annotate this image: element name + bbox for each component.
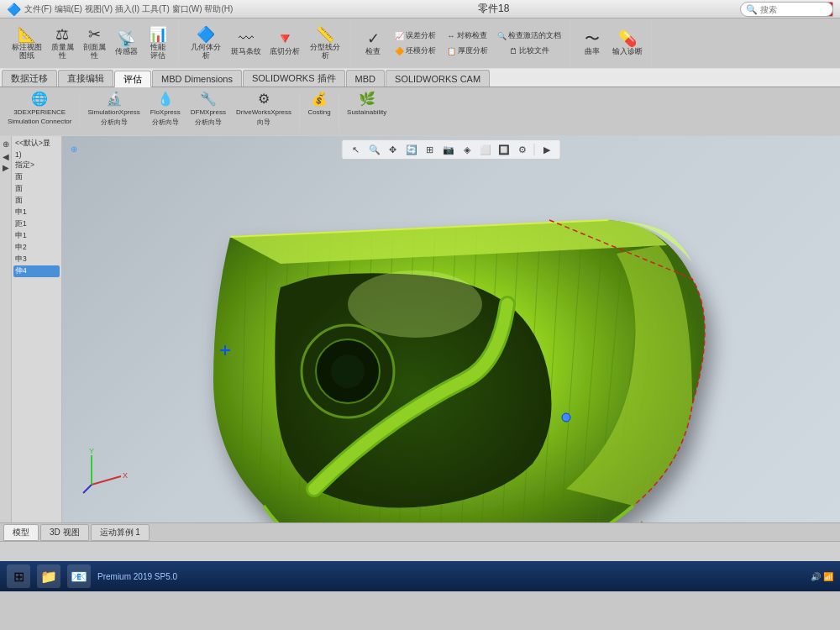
svg-line-27 xyxy=(92,476,121,485)
ribbon-group-analysis: 🔷 几何体分析 〰 斑马条纹 🔻 底切分析 📏 分型线分析 xyxy=(181,20,351,66)
tree-item-extrude2[interactable]: 申1 xyxy=(13,230,60,242)
simulation-xpress-button[interactable]: 🔬 SimulationXpress 分析向导 xyxy=(83,89,144,134)
thickness-analysis-button[interactable]: 📋 厚度分析 xyxy=(442,44,492,58)
3d-part-view xyxy=(146,170,734,522)
tab-mbd[interactable]: MBD xyxy=(346,70,385,87)
geometry-analysis-button[interactable]: 🔷 几何体分析 xyxy=(186,25,226,61)
3dexperience-icon: 🌐 xyxy=(31,91,48,107)
expand-icon[interactable]: ⊕ xyxy=(3,139,9,149)
input-diagnostics-button[interactable]: 💊 输入诊断 xyxy=(609,29,646,57)
viewport[interactable]: ↖ 🔍 ✥ 🔄 ⊞ 📷 ◈ ⬜ 🔲 ⚙ ▶ ⊕ xyxy=(62,136,840,522)
tree-item-face3[interactable]: 面 xyxy=(13,195,60,207)
check-active-doc-button[interactable]: 🔍 检查激活的文档 xyxy=(494,29,564,43)
vp-divider xyxy=(534,144,535,155)
simulation-xpress-icon: 🔬 xyxy=(106,91,123,107)
tab-sw-plugins[interactable]: SOLIDWORKS 插件 xyxy=(243,70,345,87)
vp-display-icon[interactable]: ◈ xyxy=(459,142,475,157)
status-bar xyxy=(0,541,840,561)
vp-extra-icon[interactable]: ▶ xyxy=(538,142,555,157)
tree-item-default[interactable]: <<默认>显 xyxy=(13,138,60,150)
curvature-button[interactable]: 〜 曲率 xyxy=(577,29,607,57)
zebra-stripes-button[interactable]: 〰 斑马条纹 xyxy=(228,29,265,57)
tab-data-migration[interactable]: 数据迁移 xyxy=(2,70,57,87)
driveworks-icon: ⚙ xyxy=(258,91,270,107)
taskbar-windows-icon[interactable]: ⊞ xyxy=(7,564,30,588)
annotation-view-icon: 📐 xyxy=(18,27,36,42)
bottom-tab-model[interactable]: 模型 xyxy=(3,524,39,541)
svg-text:Y: Y xyxy=(89,447,94,455)
performance-eval-icon: 📊 xyxy=(149,27,167,42)
tree-item-extrude1[interactable]: 申1 xyxy=(13,207,60,218)
vp-section-icon[interactable]: ⬜ xyxy=(477,142,494,157)
driveworks-button[interactable]: ⚙ DriveWorksXpress 向导 xyxy=(232,89,296,134)
vp-settings-icon[interactable]: ⚙ xyxy=(514,142,531,157)
check-active-doc-icon: 🔍 xyxy=(497,32,507,40)
error-analysis-icon: 📈 xyxy=(395,32,404,40)
undercut-analysis-button[interactable]: 🔻 底切分析 xyxy=(266,29,303,57)
compare-files-button[interactable]: 🗒 比较文件 xyxy=(494,44,564,58)
tree-item-face2[interactable]: 面 xyxy=(13,183,60,195)
tree-item-dist1[interactable]: 距1 xyxy=(13,218,60,230)
tree-item-extrude5[interactable]: 伸4 xyxy=(13,265,60,277)
mass-properties-button[interactable]: ⚖ 质量属性 xyxy=(47,25,77,61)
sustainability-icon: 🌿 xyxy=(359,91,375,107)
tree-item-face1[interactable]: 面 xyxy=(13,171,60,183)
check-button[interactable]: ✓ 检查 xyxy=(358,29,388,57)
bottom-tab-motion[interactable]: 运动算例 1 xyxy=(91,524,150,541)
ribbon-group-curvature: 〜 曲率 💊 输入诊断 xyxy=(572,20,652,66)
vp-arrow-icon[interactable]: ↖ xyxy=(348,142,365,157)
viewport-toolbar: ↖ 🔍 ✥ 🔄 ⊞ 📷 ◈ ⬜ 🔲 ⚙ ▶ xyxy=(342,139,561,160)
divider-2 xyxy=(299,92,300,130)
section-properties-icon: ✂ xyxy=(88,27,101,42)
floxpress-button[interactable]: 💧 FloXpress 分析向导 xyxy=(146,89,185,134)
dfmxpress-button[interactable]: 🔧 DFMXpress 分析向导 xyxy=(186,89,230,134)
sensors-button[interactable]: 📡 传感器 xyxy=(111,29,141,57)
tree-item-assign[interactable]: 指定> xyxy=(13,160,60,171)
costing-button[interactable]: 💰 Costing xyxy=(303,89,335,134)
vp-zoom-icon[interactable]: 🔍 xyxy=(366,142,383,157)
tab-sw-cam[interactable]: SOLIDWORKS CAM xyxy=(386,70,490,87)
performance-eval-button[interactable]: 📊 性能评估 xyxy=(143,25,173,61)
vp-camera-icon[interactable]: 📷 xyxy=(440,142,457,157)
forward-arrow-icon[interactable]: ▶ xyxy=(3,163,9,172)
symmetry-check-button[interactable]: ↔ 对称检查 xyxy=(442,29,492,43)
parting-line-icon: 📏 xyxy=(316,27,334,42)
vp-pan-icon[interactable]: ✥ xyxy=(385,142,402,157)
tab-evaluate[interactable]: 评估 xyxy=(114,71,151,87)
input-diagnostics-icon: 💊 xyxy=(618,31,637,46)
part-hole-center xyxy=(331,354,365,388)
3dexperience-button[interactable]: 🌐 3DEXPERIENCE Simulation Connector xyxy=(3,89,76,134)
draft-analysis-button[interactable]: 🔶 坯模分析 xyxy=(390,44,440,58)
taskbar-app-label: Premium 2019 SP5.0 xyxy=(97,572,177,581)
tree-item-extrude4[interactable]: 申3 xyxy=(13,254,60,265)
taskbar: ⊞ 📁 📧 Premium 2019 SP5.0 🔊 📶 xyxy=(0,561,840,591)
divider-1 xyxy=(79,92,80,130)
tab-mbd-dimensions[interactable]: MBD Dimensions xyxy=(152,70,242,87)
svg-text:X: X xyxy=(123,471,128,480)
error-analysis-button[interactable]: 📈 误差分析 xyxy=(390,29,440,43)
vp-view-orient-icon[interactable]: 🔲 xyxy=(496,142,512,157)
taskbar-time: 🔊 📶 xyxy=(811,572,833,581)
taskbar-app-icon[interactable]: 📧 xyxy=(67,564,91,588)
main-tab-bar: 数据迁移 直接编辑 评估 MBD Dimensions SOLIDWORKS 插… xyxy=(0,69,840,87)
taskbar-folder-icon[interactable]: 📁 xyxy=(37,564,60,588)
title-bar-left: 🔷 文件(F) 编辑(E) 视图(V) 插入(I) 工具(T) 窗口(W) 帮助… xyxy=(7,3,233,16)
draft-analysis-icon: 🔶 xyxy=(395,47,404,55)
tree-item-1[interactable]: 1) xyxy=(13,150,60,160)
sustainability-button[interactable]: 🌿 Sustainability xyxy=(343,89,391,134)
bottom-tab-3d-view[interactable]: 3D 视图 xyxy=(40,524,89,541)
back-arrow-icon[interactable]: ◀ xyxy=(3,152,9,161)
search-input[interactable] xyxy=(760,5,827,14)
tree-item-extrude3[interactable]: 申2 xyxy=(13,242,60,254)
annotation-view-button[interactable]: 📐 标注视图图纸 xyxy=(8,25,45,61)
ribbon-group-check: ✓ 检查 📈 误差分析 🔶 坯模分析 ↔ 对称检查 📋 厚度分析 xyxy=(353,20,570,66)
zebra-stripes-icon: 〰 xyxy=(239,31,254,46)
vp-rotate-icon[interactable]: 🔄 xyxy=(403,142,420,157)
search-icon: 🔍 xyxy=(746,4,758,15)
menu-items: 文件(F) 编辑(E) 视图(V) 插入(I) 工具(T) 窗口(W) 帮助(H… xyxy=(24,3,233,15)
tab-direct-edit[interactable]: 直接编辑 xyxy=(58,70,113,87)
parting-line-button[interactable]: 📏 分型线分析 xyxy=(305,25,345,61)
search-box[interactable]: 🔍 xyxy=(740,2,833,17)
vp-fit-icon[interactable]: ⊞ xyxy=(422,142,438,157)
section-properties-button[interactable]: ✂ 剖面属性 xyxy=(79,25,109,61)
